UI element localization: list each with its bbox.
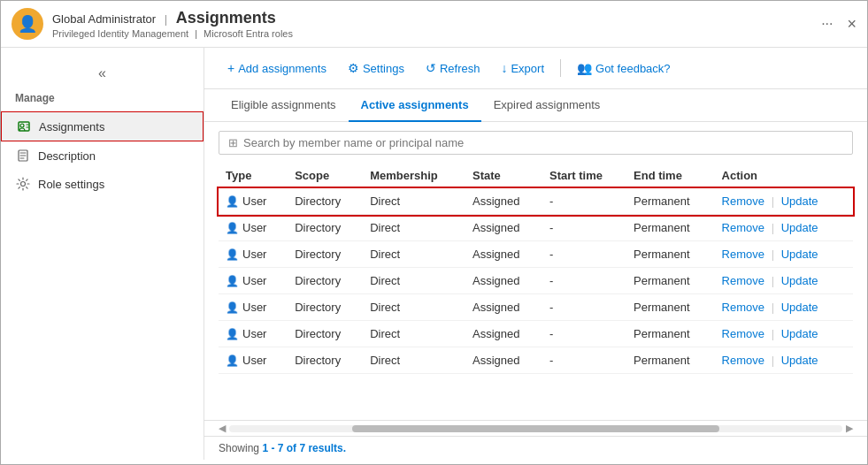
tab-active[interactable]: Active assignments [349,89,481,122]
update-link-2[interactable]: Update [781,248,818,261]
sidebar-item-role-settings[interactable]: Role settings [1,170,204,198]
table-row: 👤User Directory Direct Assigned - Perman… [219,241,853,268]
sidebar-item-assignments[interactable]: Assignments [1,111,204,141]
col-state: State [465,164,542,188]
role-settings-icon [15,176,31,192]
col-end-time: End time [626,164,715,188]
cell-type-1: 👤User [219,215,288,241]
toolbar-separator [560,59,561,77]
update-link-5[interactable]: Update [781,327,818,340]
avatar: 👤 [12,8,43,40]
layout: « Manage Assignments Description Role se… [1,48,867,460]
search-input[interactable] [243,136,843,149]
update-link-0[interactable]: Update [781,194,818,208]
action-sep-3: | [772,274,778,287]
cell-start-3: - [542,268,626,294]
remove-link-0[interactable]: Remove [722,194,764,208]
header-admin-name: Global Administrator [52,12,156,26]
col-action: Action [715,164,853,188]
footer-range: 1 - 7 of 7 results. [262,442,346,454]
sidebar: « Manage Assignments Description Role se… [1,48,204,460]
more-button[interactable]: ··· [821,16,833,32]
cell-start-2: - [542,241,626,268]
update-link-3[interactable]: Update [781,274,818,287]
remove-link-3[interactable]: Remove [722,274,764,287]
tab-eligible[interactable]: Eligible assignments [219,89,349,122]
table-row: 👤User Directory Direct Assigned - Perman… [219,268,853,294]
remove-link-1[interactable]: Remove [722,221,764,234]
table-wrapper: Type Scope Membership State Start time E… [204,164,867,420]
col-scope: Scope [288,164,363,188]
cell-scope-4: Directory [288,294,363,321]
col-start-time: Start time [542,164,626,188]
export-button[interactable]: ↓ Export [492,57,553,80]
row-user-icon-3: 👤 [226,275,239,287]
cell-state-1: Assigned [465,215,542,241]
cell-type-6: 👤User [219,347,288,374]
settings-label: Settings [363,62,404,75]
collapse-button[interactable]: « [1,58,204,88]
search-icon: ⊞ [228,136,238,149]
add-icon: + [227,61,234,75]
cell-action-6: Remove | Update [715,347,853,374]
cell-action-2: Remove | Update [715,241,853,268]
cell-state-3: Assigned [465,268,542,294]
table-row: 👤User Directory Direct Assigned - Perman… [219,188,853,215]
user-avatar-icon: 👤 [18,14,37,34]
header-subtitle-sep: | [195,28,197,39]
close-button[interactable]: × [847,16,856,32]
action-sep-4: | [772,301,778,314]
cell-scope-6: Directory [288,347,363,374]
remove-link-6[interactable]: Remove [722,354,764,367]
update-link-6[interactable]: Update [781,354,818,367]
cell-scope-1: Directory [288,215,363,241]
col-type: Type [219,164,288,188]
remove-link-5[interactable]: Remove [722,327,764,340]
add-assignments-button[interactable]: + Add assignments [219,57,335,80]
scrollbar-track[interactable] [229,425,842,432]
manage-label: Manage [1,88,204,111]
remove-link-4[interactable]: Remove [722,301,764,314]
cell-action-3: Remove | Update [715,268,853,294]
cell-membership-0: Direct [363,188,465,215]
cell-action-1: Remove | Update [715,215,853,241]
cell-end-1: Permanent [626,215,715,241]
cell-membership-5: Direct [363,321,465,347]
header-page-name: Assignments [176,9,276,27]
sidebar-item-description[interactable]: Description [1,141,204,170]
export-label: Export [511,62,544,75]
cell-start-4: - [542,294,626,321]
action-sep-6: | [772,354,778,367]
cell-membership-4: Direct [363,294,465,321]
feedback-icon: 👥 [577,61,592,75]
sidebar-description-label: Description [38,149,96,163]
table-row: 👤User Directory Direct Assigned - Perman… [219,347,853,374]
feedback-button[interactable]: 👥 Got feedback? [568,57,680,80]
update-link-1[interactable]: Update [781,221,818,234]
collapse-icon: « [98,65,106,81]
scroll-right-icon[interactable]: ▶ [846,423,853,434]
toolbar: + Add assignments ⚙ Settings ↺ Refresh ↓… [204,48,867,89]
refresh-button[interactable]: ↺ Refresh [417,57,489,80]
cell-start-6: - [542,347,626,374]
add-assignments-label: Add assignments [238,62,326,75]
svg-point-3 [21,182,26,187]
settings-button[interactable]: ⚙ Settings [339,57,413,80]
scroll-left-icon[interactable]: ◀ [219,423,226,434]
assignments-icon [16,118,32,134]
cell-action-4: Remove | Update [715,294,853,321]
sidebar-role-settings-label: Role settings [38,178,104,191]
sidebar-assignments-label: Assignments [39,120,104,133]
cell-end-5: Permanent [626,321,715,347]
tab-expired[interactable]: Expired assignments [481,89,613,122]
cell-type-4: 👤User [219,294,288,321]
scrollbar-thumb [352,425,720,432]
cell-type-5: 👤User [219,321,288,347]
cell-membership-3: Direct [363,268,465,294]
table-header-row: Type Scope Membership State Start time E… [219,164,853,188]
cell-type-2: 👤User [219,241,288,268]
table-row: 👤User Directory Direct Assigned - Perman… [219,294,853,321]
update-link-4[interactable]: Update [781,301,818,314]
row-user-icon-5: 👤 [226,328,239,340]
remove-link-2[interactable]: Remove [722,248,764,261]
